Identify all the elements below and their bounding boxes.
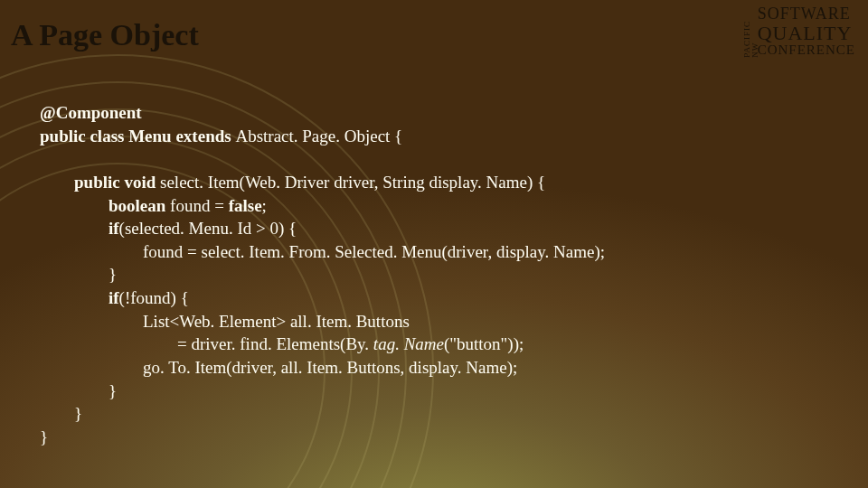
brand-vertical: PACIFIC NW — [743, 9, 760, 58]
code-line: (!found) { — [119, 288, 189, 307]
code-line: ; — [262, 196, 267, 215]
code-line: @Component — [40, 103, 142, 122]
code-line: select. Item(Web. Driver driver, String … — [160, 173, 545, 192]
code-line: = driver. find. Elements(By. — [177, 334, 373, 353]
code-line: boolean — [108, 196, 170, 215]
code-line: } — [108, 265, 117, 284]
code-line: public void — [74, 173, 160, 192]
code-line: go. To. Item(driver, all. Item. Buttons,… — [143, 358, 517, 377]
slide-title: A Page Object — [11, 18, 199, 52]
code-line: found = select. Item. From. Selected. Me… — [143, 242, 605, 261]
code-line: public class Menu extends — [40, 127, 235, 145]
brand-line-software: SOFTWARE — [758, 5, 855, 23]
code-line: tag. Name — [373, 334, 444, 353]
conference-brand: PACIFIC NW SOFTWARE QUALITY CONFERENCE — [758, 5, 855, 58]
code-line: } — [40, 427, 48, 446]
code-line: found = — [170, 196, 229, 215]
code-block: @Component public class Menu extends Abs… — [40, 101, 832, 449]
code-line: } — [108, 381, 117, 400]
code-line: (selected. Menu. Id > 0) { — [119, 219, 297, 238]
code-line: ("button")); — [444, 334, 524, 353]
code-line: if — [108, 288, 119, 307]
brand-line-conference: CONFERENCE — [758, 43, 855, 58]
code-line: false — [229, 196, 262, 215]
code-line: Abstract. Page. Object { — [235, 127, 402, 145]
code-line: if — [108, 219, 119, 238]
code-line: List<Web. Element> all. Item. Buttons — [143, 312, 410, 331]
code-line: } — [74, 404, 82, 423]
brand-line-quality: QUALITY — [758, 23, 855, 43]
